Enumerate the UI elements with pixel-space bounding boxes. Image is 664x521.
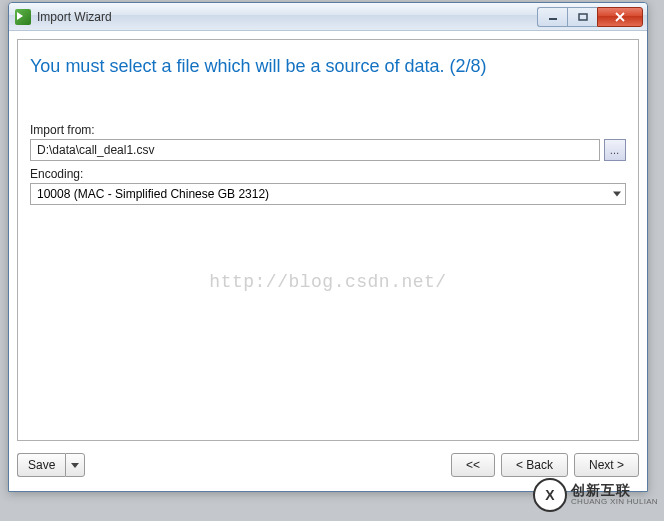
encoding-select[interactable]: 10008 (MAC - Simplified Chinese GB 2312) — [30, 183, 626, 205]
save-dropdown-button[interactable] — [65, 453, 85, 477]
close-button[interactable] — [597, 7, 643, 27]
svg-rect-1 — [579, 14, 587, 20]
svg-rect-0 — [549, 18, 557, 20]
save-split-button: Save — [17, 453, 85, 477]
import-from-input[interactable] — [30, 139, 600, 161]
brand-cn: 创新互联 — [571, 483, 658, 498]
brand-en: CHUANG XIN HULIAN — [571, 498, 658, 506]
first-button[interactable]: << — [451, 453, 495, 477]
encoding-label: Encoding: — [30, 167, 626, 181]
save-button[interactable]: Save — [17, 453, 65, 477]
wizard-content: You must select a file which will be a s… — [17, 39, 639, 441]
close-icon — [614, 12, 626, 22]
minimize-button[interactable] — [537, 7, 567, 27]
import-from-group: Import from: … — [18, 117, 638, 161]
encoding-value: 10008 (MAC - Simplified Chinese GB 2312) — [37, 187, 269, 201]
nav-buttons: << < Back Next > — [451, 453, 639, 477]
ellipsis-icon: … — [610, 145, 621, 156]
maximize-button[interactable] — [567, 7, 597, 27]
brand-watermark: X 创新互联 CHUANG XIN HULIAN — [533, 475, 658, 515]
brand-logo-icon: X — [533, 478, 567, 512]
wizard-heading: You must select a file which will be a s… — [18, 40, 638, 83]
import-from-label: Import from: — [30, 123, 626, 137]
encoding-group: Encoding: 10008 (MAC - Simplified Chines… — [18, 161, 638, 205]
app-icon — [15, 9, 31, 25]
maximize-icon — [578, 13, 588, 21]
minimize-icon — [548, 13, 558, 21]
browse-button[interactable]: … — [604, 139, 626, 161]
import-wizard-window: Import Wizard You must select a file whi… — [8, 2, 648, 492]
chevron-down-icon — [71, 463, 79, 468]
brand-text: 创新互联 CHUANG XIN HULIAN — [571, 483, 658, 506]
chevron-down-icon — [613, 192, 621, 197]
window-title: Import Wizard — [37, 10, 537, 24]
back-button[interactable]: < Back — [501, 453, 568, 477]
titlebar: Import Wizard — [9, 3, 647, 31]
watermark-text: http://blog.csdn.net/ — [18, 272, 638, 292]
next-button[interactable]: Next > — [574, 453, 639, 477]
window-controls — [537, 7, 643, 27]
